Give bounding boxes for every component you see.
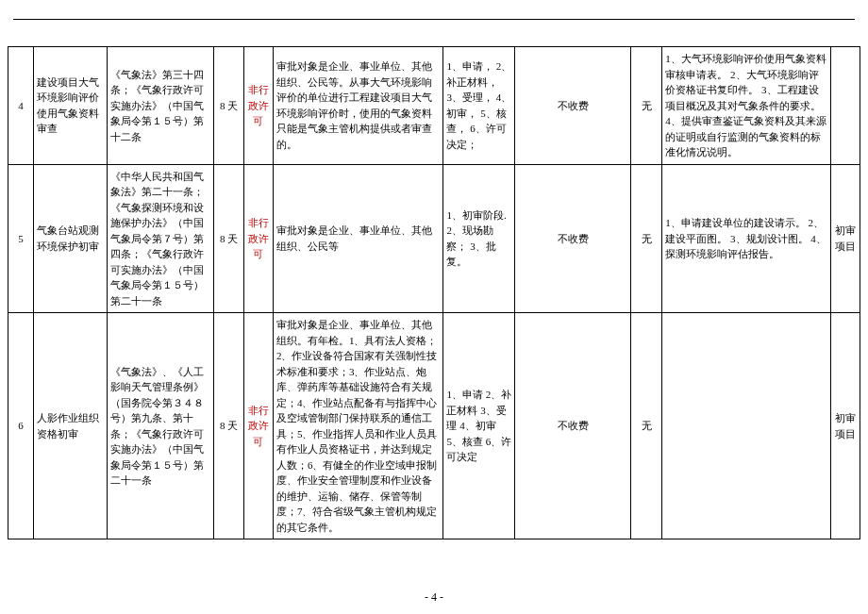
- cell-days: 8 天: [214, 164, 243, 313]
- cell-procedure: 1、初审阶段. 2、现场勘察； 3、批复。: [443, 164, 515, 313]
- cell-days: 8 天: [214, 47, 243, 165]
- cell-basis: 《气象法》、《人工影响天气管理条例》（国务院令第３４８号）第九条、第十条；《气象…: [107, 313, 214, 539]
- approval-table: 4 建设项目大气环境影响评价使用气象资料审查 《气象法》第三十四条；《气象行政许…: [8, 46, 860, 539]
- cell-materials: 1、大气环境影响评价使用气象资料审核申请表。 2、大气环境影响评价资格证书复印件…: [662, 47, 830, 165]
- cell-num: 5: [8, 164, 34, 313]
- cell-type: 非行政许可: [243, 313, 273, 539]
- cell-basis: 《气象法》第三十四条；《气象行政许可实施办法》（中国气象局令第１５号）第十二条: [107, 47, 214, 165]
- cell-objects: 审批对象是企业、事业单位、其他组织。有年检。1、具有法人资格；2、作业设备符合国…: [273, 313, 443, 539]
- cell-materials: [662, 313, 830, 539]
- cell-remark: 初审项目: [830, 313, 860, 539]
- cell-num: 6: [8, 313, 34, 539]
- table-row: 4 建设项目大气环境影响评价使用气象资料审查 《气象法》第三十四条；《气象行政许…: [8, 47, 860, 165]
- cell-charge-basis: 无: [630, 47, 661, 165]
- cell-type: 非行政许可: [243, 47, 273, 165]
- cell-objects: 审批对象是企业、事业单位、其他组织、公民等: [273, 164, 443, 313]
- cell-objects: 审批对象是企业、事业单位、其他组织、公民等。从事大气环境影响评价的单位进行工程建…: [273, 47, 443, 165]
- page-top-rule: [13, 19, 855, 20]
- cell-remark: [830, 47, 860, 165]
- cell-charge-basis: 无: [630, 164, 661, 313]
- cell-fee: 不收费: [515, 47, 631, 165]
- cell-num: 4: [8, 47, 34, 165]
- cell-procedure: 1、申请， 2、补正材料， 3、受理， 4、初审， 5、核查， 6、许可决定；: [443, 47, 515, 165]
- cell-basis: 《中华人民共和国气象法》第二十一条；《气象探测环境和设施保护办法》（中国气象局令…: [107, 164, 214, 313]
- cell-type: 非行政许可: [243, 164, 273, 313]
- table-row: 6 人影作业组织资格初审 《气象法》、《人工影响天气管理条例》（国务院令第３４８…: [8, 313, 860, 539]
- table-row: 5 气象台站观测环境保护初审 《中华人民共和国气象法》第二十一条；《气象探测环境…: [8, 164, 860, 313]
- cell-procedure: 1、申请 2、补正材料 3、受理 4、初审 5、核查 6、许可决定: [443, 313, 515, 539]
- cell-fee: 不收费: [515, 313, 631, 539]
- page-number: - 4 -: [0, 590, 868, 605]
- cell-item: 建设项目大气环境影响评价使用气象资料审查: [33, 47, 107, 165]
- cell-charge-basis: 无: [630, 313, 661, 539]
- cell-item: 人影作业组织资格初审: [33, 313, 107, 539]
- cell-item: 气象台站观测环境保护初审: [33, 164, 107, 313]
- cell-days: 8 天: [214, 313, 243, 539]
- cell-remark: 初审项目: [830, 164, 860, 313]
- cell-materials: 1、申请建设单位的建设请示。 2、建设平面图。 3、规划设计图。 4、探测环境影…: [662, 164, 830, 313]
- cell-fee: 不收费: [515, 164, 631, 313]
